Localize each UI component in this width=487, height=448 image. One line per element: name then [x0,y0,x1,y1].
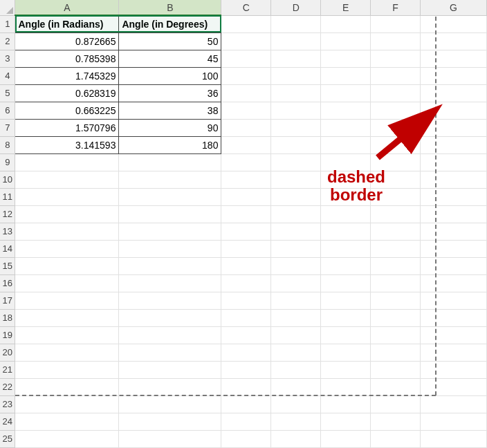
cell[interactable] [271,205,321,223]
cell[interactable] [221,15,271,32]
row-header-23[interactable]: 23 [0,395,15,413]
cell[interactable] [421,309,487,326]
cell[interactable] [321,309,371,326]
row-header-2[interactable]: 2 [0,32,15,50]
cell[interactable] [421,136,487,153]
cell[interactable] [421,344,487,361]
row-header-24[interactable]: 24 [0,413,15,430]
cell[interactable] [271,153,321,171]
cell[interactable] [15,361,119,378]
cell[interactable] [321,50,371,67]
cell[interactable] [221,32,271,50]
cell[interactable] [271,136,321,153]
cell[interactable] [321,430,371,447]
cell[interactable] [271,223,321,240]
cell[interactable] [221,205,271,223]
cell[interactable] [321,32,371,50]
cell[interactable] [221,344,271,361]
row-header-4[interactable]: 4 [0,67,15,84]
cell[interactable] [15,171,119,188]
cell[interactable] [371,136,421,153]
cell[interactable]: Angle (in Degrees) [119,15,221,32]
cell[interactable] [371,102,421,119]
cell[interactable] [321,188,371,205]
cell[interactable] [15,378,119,395]
cell[interactable] [321,84,371,102]
cell[interactable] [371,67,421,84]
cell[interactable] [271,171,321,188]
row-header-7[interactable]: 7 [0,119,15,136]
cell[interactable] [271,50,321,67]
cell[interactable] [119,378,221,395]
row-header-14[interactable]: 14 [0,240,15,257]
cell[interactable] [221,153,271,171]
cell[interactable] [371,32,421,50]
cell[interactable]: 0.872665 [15,32,119,50]
cell[interactable]: 45 [119,50,221,67]
cell[interactable]: 38 [119,102,221,119]
cell[interactable] [371,326,421,344]
cell[interactable] [15,205,119,223]
cell[interactable] [119,223,221,240]
col-header-C[interactable]: C [221,0,271,15]
cell[interactable] [271,344,321,361]
cell[interactable]: 0.663225 [15,102,119,119]
row-header-19[interactable]: 19 [0,326,15,344]
cell[interactable]: 90 [119,119,221,136]
cell[interactable] [221,84,271,102]
cell[interactable] [221,67,271,84]
cell[interactable] [421,430,487,447]
col-header-F[interactable]: F [371,0,421,15]
cell[interactable] [421,171,487,188]
cell[interactable]: 50 [119,32,221,50]
cell[interactable] [321,257,371,274]
cell[interactable] [321,171,371,188]
cell[interactable] [421,257,487,274]
cell[interactable] [321,326,371,344]
cell[interactable] [421,395,487,413]
cell[interactable] [15,257,119,274]
cell[interactable] [421,153,487,171]
cell[interactable] [15,309,119,326]
cell[interactable] [15,413,119,430]
cell[interactable] [321,240,371,257]
cell[interactable] [321,119,371,136]
cell[interactable] [321,67,371,84]
col-header-A[interactable]: A [15,0,119,15]
cell[interactable] [321,205,371,223]
cell[interactable] [221,361,271,378]
col-header-D[interactable]: D [271,0,321,15]
cell[interactable] [421,188,487,205]
cell[interactable] [221,378,271,395]
cell[interactable] [371,292,421,309]
cell[interactable] [371,153,421,171]
cell[interactable] [321,102,371,119]
row-header-5[interactable]: 5 [0,84,15,102]
cell[interactable] [271,119,321,136]
cell[interactable] [371,50,421,67]
cell[interactable] [15,395,119,413]
cell[interactable] [371,119,421,136]
cell[interactable] [15,292,119,309]
cell[interactable] [221,274,271,292]
cell[interactable] [371,378,421,395]
cell[interactable] [371,171,421,188]
cell[interactable] [221,292,271,309]
cell[interactable] [421,15,487,32]
cell[interactable] [371,430,421,447]
cell[interactable] [221,413,271,430]
cell[interactable] [119,188,221,205]
cell[interactable] [371,309,421,326]
cell[interactable] [271,378,321,395]
cell[interactable] [271,361,321,378]
cell[interactable] [15,223,119,240]
cell[interactable] [271,257,321,274]
cell[interactable] [421,361,487,378]
cell[interactable] [119,257,221,274]
cell[interactable] [421,102,487,119]
cell[interactable] [321,344,371,361]
cell[interactable] [271,15,321,32]
cell[interactable] [15,326,119,344]
cell[interactable] [119,326,221,344]
row-header-25[interactable]: 25 [0,430,15,447]
